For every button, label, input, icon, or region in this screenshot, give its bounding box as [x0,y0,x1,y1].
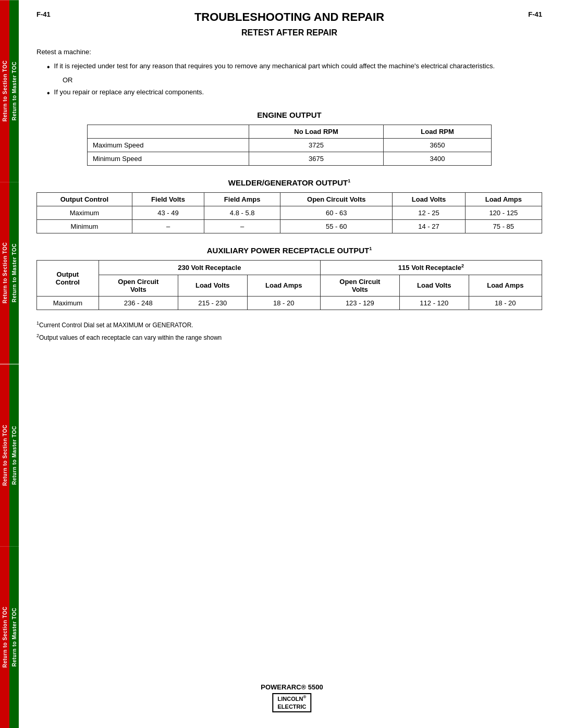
aux-230-load-amps-header: Load Amps [247,275,320,296]
engine-max-load: 3650 [384,139,492,152]
engine-min-load: 3400 [384,152,492,166]
page-footer: POWERARC® 5500 LINCOLN® ELECTRIC [261,683,323,712]
engine-output-table: No Load RPM Load RPM Maximum Speed 3725 … [87,125,492,166]
welder-row-minimum: Minimum – – 55 - 60 14 - 27 75 - 85 [37,220,542,233]
aux-output-heading: AUXILIARY POWER RECEPTACLE OUTPUT1 [36,246,542,255]
engine-max-label: Maximum Speed [88,139,249,152]
welder-max-oc-volts: 60 - 63 [280,206,393,220]
bullet-text-2: If you repair or replace any electrical … [54,88,204,96]
welder-max-load-volts: 12 - 25 [393,206,465,220]
welder-max-field-amps: 4.8 - 5.8 [204,206,280,220]
bullet-item-2: If you repair or replace any electrical … [47,88,542,98]
aux-230-oc-volts-header: Open CircuitVolts [99,275,178,296]
welder-min-oc-volts: 55 - 60 [280,220,393,233]
welder-col-oc-volts: Open Circuit Volts [280,193,393,206]
engine-output-heading: ENGINE OUTPUT [36,110,542,119]
aux-115-oc-volts-header: Open CircuitVolts [320,275,399,296]
aux-max-control: Maximum [37,296,99,310]
welder-min-field-volts: – [132,220,204,233]
aux-115v-header: 115 Volt Receptacle2 [320,261,542,275]
footnote-1: 1Current Control Dial set at MAXIMUM or … [36,320,542,329]
welder-col-field-volts: Field Volts [132,193,204,206]
sidebar-return-section-toc-3[interactable]: Return to Section TOC [0,364,9,546]
page-title: TROUBLESHOOTING AND REPAIR [51,10,529,24]
aux-115v-sup: 2 [461,263,464,268]
welder-max-field-volts: 43 - 49 [132,206,204,220]
welder-min-field-amps: – [204,220,280,233]
aux-output-table: OutputControl 230 Volt Receptacle 115 Vo… [36,260,542,310]
aux-max-load-amps-115: 18 - 20 [469,296,542,310]
bullet-text-1: If it is rejected under test for any rea… [54,62,495,70]
aux-max-oc230: 236 - 248 [99,296,178,310]
sidebar-return-master-toc-4[interactable]: Return to Master TOC [9,546,19,728]
engine-row-minimum: Minimum Speed 3675 3400 [88,152,492,166]
bullet-list: If it is rejected under test for any rea… [47,62,542,98]
aux-max-load-amps-230: 18 - 20 [247,296,320,310]
aux-max-load-volts-230: 215 - 230 [178,296,247,310]
aux-col-output-control: OutputControl [37,261,99,296]
sidebar-return-master-toc-2[interactable]: Return to Master TOC [9,182,19,364]
engine-row-maximum: Maximum Speed 3725 3650 [88,139,492,152]
aux-115-load-amps-header: Load Amps [469,275,542,296]
main-content: F-41 TROUBLESHOOTING AND REPAIR F-41 RET… [21,0,563,728]
aux-230-load-volts-header: Load Volts [178,275,247,296]
welder-max-control: Maximum [37,206,132,220]
welder-col-output-control: Output Control [37,193,132,206]
engine-col-no-load: No Load RPM [249,125,384,139]
page-number-right: F-41 [528,10,542,18]
welder-max-load-amps: 120 - 125 [465,206,542,220]
section-title: RETEST AFTER REPAIR [36,28,542,38]
lincoln-logo-line1: LINCOLN® [278,696,307,702]
footnotes: 1Current Control Dial set at MAXIMUM or … [36,320,542,341]
aux-max-load-volts-115: 112 - 120 [399,296,469,310]
bullet-item-1: If it is rejected under test for any rea… [47,62,542,72]
footnote-2: 2Output values of each receptacle can va… [36,333,542,341]
engine-max-no-load: 3725 [249,139,384,152]
page-header: F-41 TROUBLESHOOTING AND REPAIR F-41 [36,10,542,24]
page-number-left: F-41 [36,10,51,18]
welder-min-load-amps: 75 - 85 [465,220,542,233]
lincoln-logo: LINCOLN® ELECTRIC [272,693,311,712]
welder-col-load-volts: Load Volts [393,193,465,206]
welder-output-table: Output Control Field Volts Field Amps Op… [36,192,542,233]
aux-max-oc115: 123 - 129 [320,296,399,310]
retest-label: Retest a machine: [36,48,542,56]
aux-sup: 1 [369,246,372,251]
engine-min-label: Minimum Speed [88,152,249,166]
sidebar-return-master-toc-3[interactable]: Return to Master TOC [9,364,19,546]
lincoln-logo-line2: ELECTRIC [277,704,306,710]
welder-row-maximum: Maximum 43 - 49 4.8 - 5.8 60 - 63 12 - 2… [37,206,542,220]
footer-brand: POWERARC® 5500 [261,683,323,691]
welder-output-heading: WELDER/GENERATOR OUTPUT1 [36,178,542,187]
sidebar-return-master-toc-1[interactable]: Return to Master TOC [9,0,19,182]
welder-min-control: Minimum [37,220,132,233]
welder-min-load-volts: 14 - 27 [393,220,465,233]
sidebar-return-section-toc-4[interactable]: Return to Section TOC [0,546,9,728]
welder-col-load-amps: Load Amps [465,193,542,206]
engine-col-label [88,125,249,139]
or-text: OR [63,76,542,84]
welder-col-field-amps: Field Amps [204,193,280,206]
sidebar-return-section-toc-1[interactable]: Return to Section TOC [0,0,9,182]
sidebar-return-section-toc-2[interactable]: Return to Section TOC [0,182,9,364]
engine-min-no-load: 3675 [249,152,384,166]
welder-sup: 1 [348,178,350,183]
engine-col-load: Load RPM [384,125,492,139]
aux-115-load-volts-header: Load Volts [399,275,469,296]
aux-230v-header: 230 Volt Receptacle [99,261,320,275]
aux-row-maximum: Maximum 236 - 248 215 - 230 18 - 20 123 … [37,296,542,310]
